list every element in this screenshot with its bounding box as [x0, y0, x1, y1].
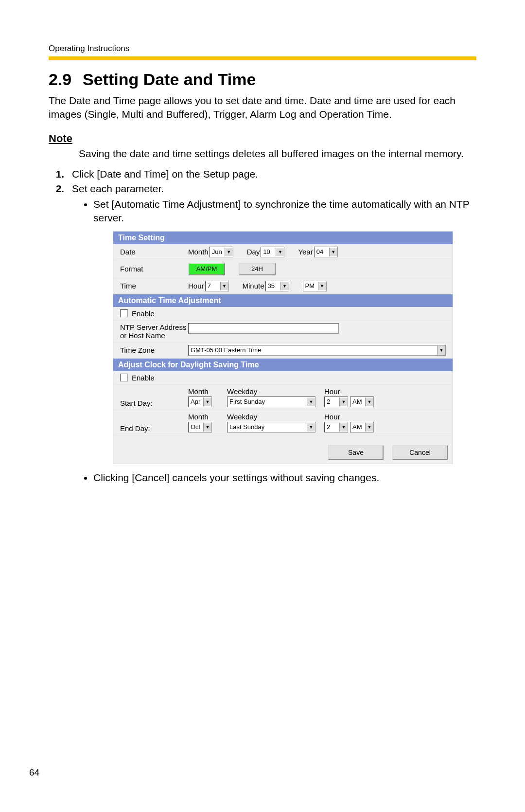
dst-col-month: Month: [188, 387, 222, 396]
meridiem-value: PM: [303, 282, 318, 289]
step-2-sub-list: Set [Automatic Time Adjustment] to synch…: [72, 198, 476, 225]
dropdown-arrow-icon: ▼: [339, 423, 348, 432]
hour-label: Hour: [188, 282, 204, 290]
dst-end-label: End Day:: [120, 424, 188, 433]
meridiem-select[interactable]: PM ▼: [303, 281, 327, 291]
month-label: Month: [188, 248, 209, 256]
step-1: Click [Date and Time] on the Setup page.: [67, 168, 476, 180]
dst-start-weekday: First Sunday: [228, 398, 307, 405]
timezone-row: Time Zone GMT-05:00 Eastern Time ▼: [113, 343, 453, 359]
dropdown-arrow-icon: ▼: [203, 423, 211, 432]
dst-start-row: Start Day: Month Apr ▼: [113, 385, 453, 410]
intro-paragraph: The Date and Time page allows you to set…: [49, 94, 476, 122]
month-value: Jun: [210, 248, 225, 255]
hour-value: 7: [206, 282, 220, 289]
ntp-input[interactable]: [188, 323, 339, 334]
auto-adjust-header: Automatic Time Adjustment: [113, 294, 453, 307]
dropdown-arrow-icon: ▼: [307, 423, 315, 432]
dst-enable-row: Enable: [113, 371, 453, 385]
dropdown-arrow-icon: ▼: [307, 397, 315, 406]
post-panel-sub-list: Clicking [Cancel] cancels your settings …: [72, 471, 476, 485]
dst-start-month: Apr: [189, 398, 203, 405]
dst-end-hour: 2: [325, 423, 339, 431]
time-setting-header: Time Setting: [113, 232, 453, 244]
minute-label: Minute: [243, 282, 264, 290]
dst-end-weekday-select[interactable]: Last Sunday ▼: [227, 422, 315, 433]
steps-list: Click [Date and Time] on the Setup page.…: [49, 168, 476, 485]
dropdown-arrow-icon: ▼: [203, 397, 211, 406]
dropdown-arrow-icon: ▼: [437, 346, 445, 355]
minute-select[interactable]: 35 ▼: [265, 281, 289, 291]
dst-end-ampm: AM: [350, 423, 365, 431]
section-heading: 2.9Setting Date and Time: [49, 70, 476, 89]
cancel-button[interactable]: Cancel: [392, 445, 448, 460]
running-header: Operating Instructions: [49, 44, 476, 54]
year-value: 04: [315, 248, 329, 255]
step-2-text: Set each parameter.: [72, 183, 164, 194]
dropdown-arrow-icon: ▼: [318, 282, 326, 290]
auto-enable-checkbox[interactable]: [120, 309, 128, 317]
timezone-label: Time Zone: [120, 346, 188, 354]
dropdown-arrow-icon: ▼: [339, 397, 348, 406]
dropdown-arrow-icon: ▼: [276, 248, 284, 256]
step-2-sub-1: Set [Automatic Time Adjustment] to synch…: [93, 198, 476, 225]
day-value: 10: [261, 248, 276, 255]
timezone-value: GMT-05:00 Eastern Time: [189, 346, 437, 354]
dst-start-label: Start Day:: [120, 399, 188, 407]
date-row: Date Month Jun ▼ Day 10: [113, 244, 453, 260]
dst-end-row: End Day: Month Oct ▼ W: [113, 410, 453, 435]
dst-col-weekday-2: Weekday: [227, 413, 319, 421]
dst-enable-label: Enable: [132, 374, 155, 382]
dst-col-hour: Hour: [324, 387, 374, 396]
dst-start-hour-select[interactable]: 2 ▼: [324, 397, 348, 407]
save-button[interactable]: Save: [328, 445, 384, 460]
year-select[interactable]: 04 ▼: [314, 247, 338, 257]
year-label: Year: [298, 248, 313, 256]
dst-end-hour-select[interactable]: 2 ▼: [324, 422, 348, 433]
timezone-select[interactable]: GMT-05:00 Eastern Time ▼: [188, 345, 446, 356]
dst-start-ampm-select[interactable]: AM ▼: [350, 397, 374, 407]
minute-value: 35: [266, 282, 280, 289]
dst-col-month-2: Month: [188, 413, 222, 421]
section-number: 2.9: [49, 70, 83, 89]
day-select[interactable]: 10 ▼: [261, 247, 284, 257]
format-label: Format: [120, 265, 188, 273]
dst-end-ampm-select[interactable]: AM ▼: [350, 422, 374, 433]
day-label: Day: [247, 248, 260, 256]
format-24h-button[interactable]: 24H: [239, 263, 276, 275]
dst-end-month-select[interactable]: Oct ▼: [188, 422, 212, 433]
dst-header: Adjust Clock for Daylight Saving Time: [113, 359, 453, 371]
dst-col-hour-2: Hour: [324, 413, 374, 421]
hour-select[interactable]: 7 ▼: [205, 281, 229, 291]
dst-end-month: Oct: [189, 423, 203, 431]
post-panel-bullet: Clicking [Cancel] cancels your settings …: [93, 471, 476, 485]
dst-end-weekday: Last Sunday: [228, 423, 307, 431]
time-row: Time Hour 7 ▼ Minute 35: [113, 278, 453, 294]
step-2: Set each parameter. Set [Automatic Time …: [67, 183, 476, 485]
format-row: Format AM/PM 24H: [113, 260, 453, 278]
dst-start-ampm: AM: [350, 398, 365, 405]
dst-start-month-select[interactable]: Apr ▼: [188, 397, 212, 407]
auto-enable-label: Enable: [132, 309, 155, 318]
header-accent-bar: [49, 56, 476, 60]
dropdown-arrow-icon: ▼: [225, 248, 233, 256]
dropdown-arrow-icon: ▼: [280, 282, 289, 290]
section-title: Setting Date and Time: [83, 70, 256, 89]
auto-enable-row: Enable: [113, 307, 453, 321]
settings-panel: Time Setting Date Month Jun ▼ Day: [113, 231, 453, 464]
dst-start-weekday-select[interactable]: First Sunday ▼: [227, 397, 315, 407]
dropdown-arrow-icon: ▼: [365, 423, 373, 432]
time-label: Time: [120, 282, 188, 290]
note-heading: Note: [49, 132, 476, 145]
ntp-label: NTP Server Address or Host Name: [120, 323, 188, 340]
dropdown-arrow-icon: ▼: [220, 282, 228, 290]
ntp-row: NTP Server Address or Host Name: [113, 321, 453, 343]
dst-enable-checkbox[interactable]: [120, 374, 128, 381]
month-select[interactable]: Jun ▼: [210, 247, 233, 257]
dst-col-weekday: Weekday: [227, 387, 319, 396]
format-ampm-button[interactable]: AM/PM: [188, 263, 225, 275]
dst-start-hour: 2: [325, 398, 339, 405]
dropdown-arrow-icon: ▼: [365, 397, 373, 406]
note-body: Saving the date and time settings delete…: [79, 147, 476, 161]
action-bar: Save Cancel: [113, 435, 453, 464]
